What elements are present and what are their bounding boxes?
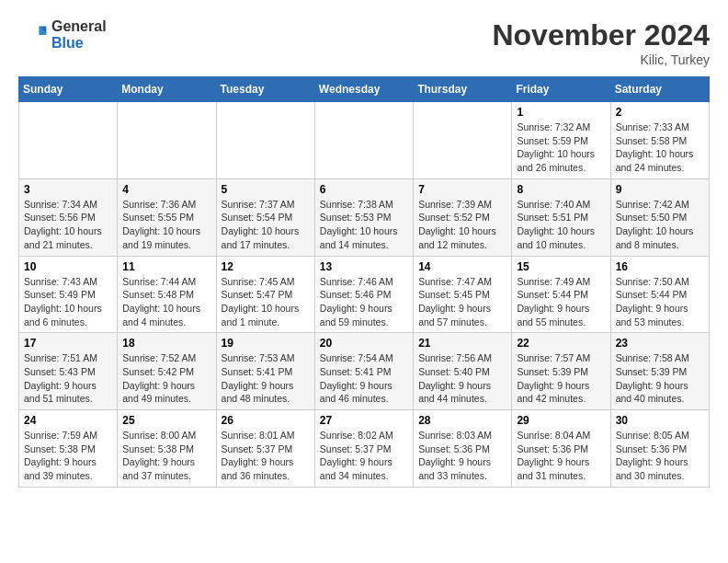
- day-number: 19: [222, 337, 310, 350]
- weekday-header-monday: Monday: [118, 77, 216, 102]
- day-info: Sunrise: 7:45 AM Sunset: 5:47 PM Dayligh…: [222, 275, 310, 329]
- title-area: November 2024 Kilic, Turkey: [492, 18, 710, 67]
- day-info: Sunrise: 7:44 AM Sunset: 5:48 PM Dayligh…: [122, 275, 210, 329]
- day-info: Sunrise: 7:59 AM Sunset: 5:38 PM Dayligh…: [24, 429, 112, 483]
- calendar-cell: 6Sunrise: 7:38 AM Sunset: 5:53 PM Daylig…: [314, 178, 413, 256]
- day-number: 29: [517, 414, 605, 427]
- calendar-cell: 13Sunrise: 7:46 AM Sunset: 5:46 PM Dayli…: [314, 256, 413, 333]
- day-info: Sunrise: 8:05 AM Sunset: 5:36 PM Dayligh…: [616, 429, 704, 483]
- calendar-body: 1Sunrise: 7:32 AM Sunset: 5:59 PM Daylig…: [19, 102, 710, 488]
- day-number: 8: [517, 183, 605, 196]
- day-info: Sunrise: 7:51 AM Sunset: 5:43 PM Dayligh…: [24, 351, 112, 406]
- calendar-cell: 9Sunrise: 7:42 AM Sunset: 5:50 PM Daylig…: [610, 178, 709, 256]
- day-info: Sunrise: 7:32 AM Sunset: 5:59 PM Dayligh…: [517, 121, 605, 175]
- calendar-cell: 27Sunrise: 8:02 AM Sunset: 5:37 PM Dayli…: [314, 410, 413, 488]
- day-info: Sunrise: 7:46 AM Sunset: 5:46 PM Dayligh…: [320, 275, 408, 329]
- day-number: 21: [418, 337, 506, 350]
- calendar-cell: [314, 102, 413, 179]
- logo-text: General Blue: [51, 18, 107, 51]
- logo-icon: [18, 20, 48, 50]
- day-number: 16: [616, 260, 704, 273]
- day-number: 30: [616, 414, 704, 427]
- day-info: Sunrise: 7:52 AM Sunset: 5:42 PM Dayligh…: [122, 351, 210, 406]
- day-number: 9: [616, 183, 704, 196]
- calendar-cell: 17Sunrise: 7:51 AM Sunset: 5:43 PM Dayli…: [19, 333, 118, 410]
- day-number: 18: [122, 337, 210, 350]
- calendar-cell: 20Sunrise: 7:54 AM Sunset: 5:41 PM Dayli…: [314, 333, 413, 410]
- weekday-header-thursday: Thursday: [414, 77, 512, 102]
- calendar-cell: 2Sunrise: 7:33 AM Sunset: 5:58 PM Daylig…: [610, 102, 709, 179]
- day-number: 22: [517, 337, 605, 350]
- day-number: 2: [616, 106, 704, 119]
- day-number: 13: [320, 260, 408, 273]
- logo: General Blue: [18, 18, 107, 51]
- day-info: Sunrise: 7:34 AM Sunset: 5:56 PM Dayligh…: [24, 198, 112, 252]
- day-number: 20: [320, 337, 408, 350]
- day-number: 3: [24, 183, 112, 196]
- day-number: 26: [222, 414, 310, 427]
- weekday-header-tuesday: Tuesday: [216, 77, 314, 102]
- day-info: Sunrise: 7:38 AM Sunset: 5:53 PM Dayligh…: [320, 198, 408, 252]
- day-info: Sunrise: 8:00 AM Sunset: 5:38 PM Dayligh…: [122, 429, 210, 483]
- day-info: Sunrise: 7:43 AM Sunset: 5:49 PM Dayligh…: [24, 275, 112, 329]
- day-info: Sunrise: 7:56 AM Sunset: 5:40 PM Dayligh…: [418, 351, 506, 406]
- calendar-cell: 4Sunrise: 7:36 AM Sunset: 5:55 PM Daylig…: [118, 178, 216, 256]
- calendar-cell: [19, 102, 118, 179]
- weekday-header-friday: Friday: [512, 77, 610, 102]
- calendar-cell: 16Sunrise: 7:50 AM Sunset: 5:44 PM Dayli…: [610, 256, 709, 333]
- calendar-week-1: 1Sunrise: 7:32 AM Sunset: 5:59 PM Daylig…: [19, 102, 710, 179]
- weekday-row: SundayMondayTuesdayWednesdayThursdayFrid…: [19, 77, 710, 102]
- day-info: Sunrise: 7:47 AM Sunset: 5:45 PM Dayligh…: [418, 275, 506, 329]
- day-number: 27: [320, 414, 408, 427]
- day-info: Sunrise: 8:02 AM Sunset: 5:37 PM Dayligh…: [320, 429, 408, 483]
- calendar-cell: [118, 102, 216, 179]
- calendar-header: SundayMondayTuesdayWednesdayThursdayFrid…: [19, 77, 710, 102]
- calendar-cell: 10Sunrise: 7:43 AM Sunset: 5:49 PM Dayli…: [19, 256, 118, 333]
- calendar-cell: [216, 102, 314, 179]
- calendar-cell: 15Sunrise: 7:49 AM Sunset: 5:44 PM Dayli…: [512, 256, 610, 333]
- weekday-header-wednesday: Wednesday: [314, 77, 413, 102]
- calendar-week-2: 3Sunrise: 7:34 AM Sunset: 5:56 PM Daylig…: [19, 178, 710, 256]
- calendar-cell: 23Sunrise: 7:58 AM Sunset: 5:39 PM Dayli…: [610, 333, 709, 410]
- day-number: 23: [616, 337, 704, 350]
- day-info: Sunrise: 8:04 AM Sunset: 5:36 PM Dayligh…: [517, 429, 605, 483]
- calendar-cell: 29Sunrise: 8:04 AM Sunset: 5:36 PM Dayli…: [512, 410, 610, 488]
- calendar-cell: 5Sunrise: 7:37 AM Sunset: 5:54 PM Daylig…: [216, 178, 314, 256]
- day-number: 6: [320, 183, 408, 196]
- day-info: Sunrise: 7:50 AM Sunset: 5:44 PM Dayligh…: [616, 275, 704, 329]
- calendar-cell: 7Sunrise: 7:39 AM Sunset: 5:52 PM Daylig…: [414, 178, 512, 256]
- day-number: 4: [122, 183, 210, 196]
- day-info: Sunrise: 7:42 AM Sunset: 5:50 PM Dayligh…: [616, 198, 704, 252]
- day-number: 11: [122, 260, 210, 273]
- day-info: Sunrise: 7:36 AM Sunset: 5:55 PM Dayligh…: [122, 198, 210, 252]
- day-number: 12: [222, 260, 310, 273]
- calendar-cell: 26Sunrise: 8:01 AM Sunset: 5:37 PM Dayli…: [216, 410, 314, 488]
- location: Kilic, Turkey: [492, 52, 710, 67]
- day-number: 15: [517, 260, 605, 273]
- weekday-header-sunday: Sunday: [19, 77, 118, 102]
- calendar-cell: 30Sunrise: 8:05 AM Sunset: 5:36 PM Dayli…: [610, 410, 709, 488]
- calendar-cell: 12Sunrise: 7:45 AM Sunset: 5:47 PM Dayli…: [216, 256, 314, 333]
- day-info: Sunrise: 7:37 AM Sunset: 5:54 PM Dayligh…: [222, 198, 310, 252]
- calendar-cell: 8Sunrise: 7:40 AM Sunset: 5:51 PM Daylig…: [512, 178, 610, 256]
- calendar-cell: 28Sunrise: 8:03 AM Sunset: 5:36 PM Dayli…: [414, 410, 512, 488]
- day-info: Sunrise: 7:54 AM Sunset: 5:41 PM Dayligh…: [320, 351, 408, 406]
- logo-general-text: General: [51, 18, 107, 35]
- day-number: 24: [24, 414, 112, 427]
- calendar-cell: [414, 102, 512, 179]
- calendar-cell: 14Sunrise: 7:47 AM Sunset: 5:45 PM Dayli…: [414, 256, 512, 333]
- day-info: Sunrise: 8:03 AM Sunset: 5:36 PM Dayligh…: [418, 429, 506, 483]
- logo-blue-text: Blue: [51, 35, 107, 52]
- day-number: 25: [122, 414, 210, 427]
- day-info: Sunrise: 7:40 AM Sunset: 5:51 PM Dayligh…: [517, 198, 605, 252]
- weekday-header-saturday: Saturday: [610, 77, 709, 102]
- calendar-cell: 24Sunrise: 7:59 AM Sunset: 5:38 PM Dayli…: [19, 410, 118, 488]
- day-info: Sunrise: 8:01 AM Sunset: 5:37 PM Dayligh…: [222, 429, 310, 483]
- day-info: Sunrise: 7:49 AM Sunset: 5:44 PM Dayligh…: [517, 275, 605, 329]
- day-info: Sunrise: 7:58 AM Sunset: 5:39 PM Dayligh…: [616, 351, 704, 406]
- day-number: 28: [418, 414, 506, 427]
- day-number: 5: [222, 183, 310, 196]
- calendar-week-4: 17Sunrise: 7:51 AM Sunset: 5:43 PM Dayli…: [19, 333, 710, 410]
- day-number: 7: [418, 183, 506, 196]
- calendar-cell: 22Sunrise: 7:57 AM Sunset: 5:39 PM Dayli…: [512, 333, 610, 410]
